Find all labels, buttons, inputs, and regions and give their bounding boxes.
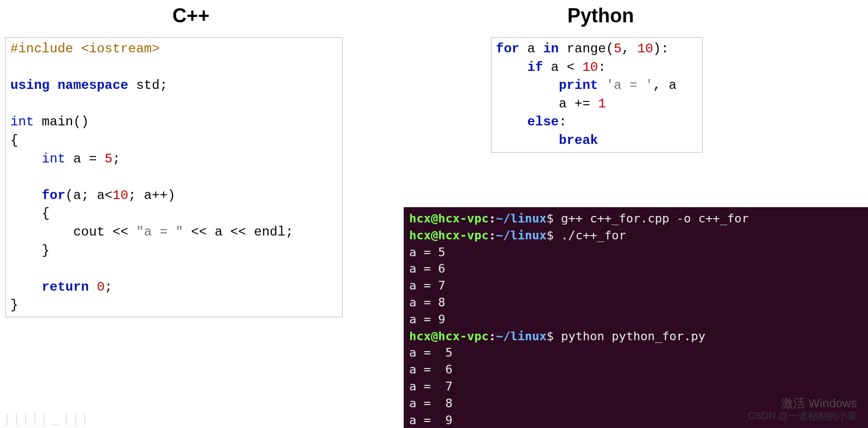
- term-p4: a = 8: [409, 396, 452, 410]
- term-p1: a = 5: [409, 346, 452, 359]
- cpp-brace3: }: [10, 243, 50, 258]
- cpp-header: <iostream>: [81, 41, 160, 56]
- py-range: range(: [567, 41, 614, 56]
- py-lt: <: [567, 60, 583, 75]
- py-a3: , a: [653, 78, 677, 93]
- cpp-brace-open: {: [10, 133, 18, 148]
- cpp-ten: 10: [112, 188, 128, 203]
- cpp-forargs2: ; a++): [128, 188, 175, 203]
- term-path3: ~/linux: [496, 329, 547, 343]
- term-dollar1: $: [547, 212, 561, 225]
- cpp-op1: <<: [112, 225, 136, 239]
- py-a2: a: [551, 60, 567, 75]
- cpp-include: #include: [10, 41, 81, 56]
- py-10b: 10: [582, 60, 598, 75]
- cpp-assign: =: [89, 152, 105, 166]
- term-colon2: :: [489, 228, 496, 242]
- python-title: Python: [567, 4, 698, 27]
- py-comma: ,: [621, 41, 637, 56]
- term-o1: a = 5: [409, 245, 445, 259]
- term-o4: a = 8: [409, 296, 445, 309]
- cpp-using: using: [10, 78, 57, 93]
- cpp-semi2: ;: [112, 152, 120, 166]
- cpp-a: a: [214, 225, 230, 239]
- py-colon1: ):: [653, 41, 669, 56]
- py-pluseq: +=: [574, 97, 598, 111]
- cpp-brace4: }: [10, 298, 18, 312]
- cpp-semi3: ;: [285, 225, 293, 239]
- py-in: in: [543, 41, 566, 56]
- term-p2: a = 6: [409, 363, 452, 376]
- term-user3: hcx@hcx-vpc: [409, 329, 489, 343]
- term-p3: a = 7: [409, 379, 452, 393]
- term-dollar3: $: [547, 329, 561, 343]
- py-print: print: [496, 78, 606, 93]
- cpp-op3: <<: [230, 225, 254, 239]
- term-o2: a = 6: [409, 262, 445, 275]
- py-a: a: [528, 41, 543, 56]
- bottom-left-watermark: | | | | | _ | | |: [5, 411, 88, 426]
- py-else: else: [496, 114, 559, 129]
- term-user2: hcx@hcx-vpc: [409, 228, 489, 242]
- cpp-forargs1: (a; a<: [65, 188, 112, 203]
- term-cmd1: g++ c++_for.cpp -o c++_for: [561, 212, 749, 225]
- py-colon2: :: [598, 60, 606, 75]
- term-colon1: :: [489, 212, 496, 225]
- term-cmd2: ./c++_for: [561, 228, 626, 242]
- term-o3: a = 7: [409, 279, 445, 292]
- term-dollar2: $: [547, 228, 561, 242]
- csdn-watermark: CSDN @一道秘制的小菜: [748, 409, 857, 423]
- cpp-column: C++ #include <iostream> using namespace …: [5, 0, 376, 317]
- cpp-main: main: [42, 114, 74, 129]
- cpp-semi4: ;: [105, 280, 112, 294]
- cpp-var-a: a: [73, 152, 89, 166]
- py-one: 1: [598, 97, 606, 111]
- cpp-std: std: [136, 78, 159, 93]
- cpp-cout: cout: [10, 225, 112, 239]
- cpp-paren: (): [73, 114, 89, 129]
- py-for: for: [496, 41, 528, 56]
- cpp-op2: <<: [183, 225, 215, 239]
- term-path1: ~/linux: [496, 212, 547, 225]
- cpp-int: int: [10, 114, 42, 129]
- cpp-code-box: #include <iostream> using namespace std;…: [5, 37, 343, 317]
- py-10: 10: [637, 41, 653, 56]
- cpp-brace2: {: [10, 206, 50, 221]
- py-break: break: [496, 133, 598, 148]
- python-column: Python for a in range(5, 10): if a < 10:…: [491, 0, 698, 153]
- py-5: 5: [614, 41, 621, 56]
- cpp-int2: int: [10, 152, 73, 166]
- py-colon3: :: [559, 114, 566, 129]
- cpp-five: 5: [105, 152, 112, 166]
- term-p5: a = 9: [409, 413, 452, 427]
- cpp-title: C++: [5, 4, 376, 27]
- cpp-zero: 0: [97, 280, 104, 294]
- py-a4: a: [496, 97, 574, 111]
- term-user1: hcx@hcx-vpc: [409, 212, 489, 225]
- cpp-return: return: [10, 280, 97, 294]
- cpp-string: "a = ": [136, 225, 183, 239]
- cpp-endl: endl: [254, 225, 286, 239]
- term-path2: ~/linux: [496, 228, 547, 242]
- py-str: 'a = ': [606, 78, 653, 93]
- cpp-semi1: ;: [160, 78, 167, 93]
- term-colon3: :: [489, 329, 496, 343]
- term-cmd3: python python_for.py: [561, 329, 705, 343]
- python-code-box: for a in range(5, 10): if a < 10: print …: [491, 37, 703, 153]
- cpp-namespace: namespace: [57, 78, 136, 93]
- py-if: if: [496, 60, 551, 75]
- cpp-for: for: [10, 188, 65, 203]
- term-o5: a = 9: [409, 312, 445, 326]
